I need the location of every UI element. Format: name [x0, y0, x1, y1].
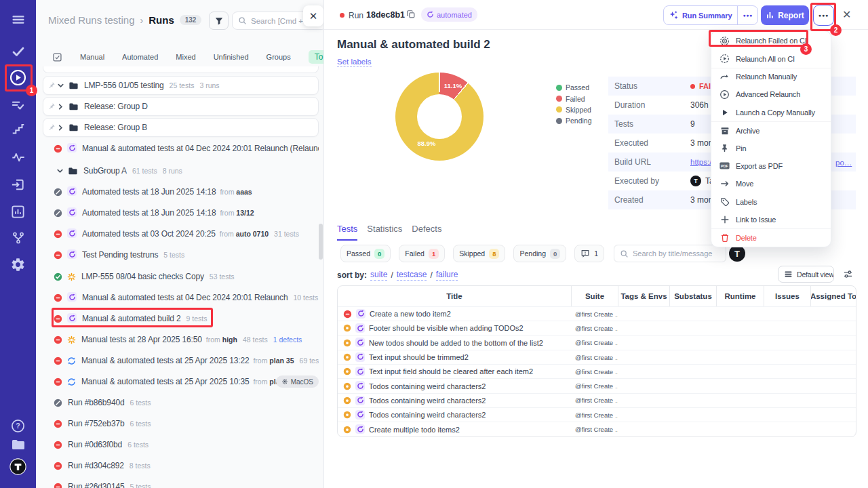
test-suite[interactable]: @first Create … — [571, 365, 618, 378]
runs-play-icon[interactable] — [0, 68, 36, 87]
group-row[interactable]: Release: Group D — [43, 97, 319, 116]
run-row[interactable]: Manual & automated tests at 04 Dec 2024 … — [43, 288, 319, 307]
tests-search-input[interactable]: Search by title/message — [614, 245, 726, 262]
tab-statistics[interactable]: Statistics — [367, 224, 402, 241]
menu-item-pin[interactable]: Pin — [711, 139, 831, 157]
col-header-tags-envs[interactable]: Tags & Envs — [618, 286, 669, 306]
settings-icon[interactable] — [0, 257, 36, 272]
run-row[interactable]: Manual tests at 28 Apr 2025 16:50from hi… — [43, 330, 319, 349]
menu-item-relaunch-failed-on-ci[interactable]: Relaunch Failed on CI — [711, 32, 831, 49]
col-header-suite[interactable]: Suite — [571, 286, 618, 306]
tab-defects[interactable]: Defects — [412, 224, 441, 241]
test-row[interactable]: Create multiple todo items2@first Create… — [338, 422, 856, 436]
test-row[interactable]: Footer should be visible when adding TOD… — [338, 321, 856, 335]
test-row[interactable]: Text input field should be cleared after… — [338, 364, 856, 378]
menu-item-archive[interactable]: Archive — [711, 121, 831, 139]
menu-item-labels[interactable]: Labels — [711, 193, 831, 211]
activity-icon[interactable] — [0, 150, 36, 165]
tab-tests[interactable]: Tests — [337, 224, 357, 241]
test-suite[interactable]: @first Create … — [571, 394, 618, 407]
build-url-tail[interactable]: po… — [835, 159, 852, 167]
sort-by-suite[interactable]: suite — [370, 270, 387, 281]
filter-pill-passed[interactable]: Passed0 — [340, 245, 391, 262]
run-row[interactable]: Manual & automated build 29 tests — [43, 309, 319, 328]
test-suite[interactable]: @first Create … — [571, 422, 618, 436]
test-row[interactable]: New todos should be added to the bottom … — [338, 336, 856, 350]
menu-item-delete[interactable]: Delete — [711, 228, 831, 246]
test-row[interactable]: Todos containing weird characters2@first… — [338, 378, 856, 392]
filter-pill-skipped[interactable]: Skipped8 — [453, 245, 505, 262]
test-suite[interactable]: @first Create … — [571, 307, 618, 321]
chevron-down-icon[interactable] — [56, 167, 64, 175]
steps-icon[interactable] — [0, 121, 36, 136]
user-avatar[interactable]: T — [729, 245, 745, 262]
col-header-runtime[interactable]: Runtime — [716, 286, 764, 306]
menu-item-relaunch-manually[interactable]: Relaunch Manually — [711, 68, 831, 85]
run-row[interactable]: Run #0d63f0bd6 tests — [43, 435, 319, 454]
testomat-logo-icon[interactable] — [0, 458, 36, 475]
menu-item-launch-a-copy-manually[interactable]: Launch a Copy Manually — [711, 104, 831, 121]
group-row[interactable]: LMP-556 01/05 testing25 tests3 runs — [43, 76, 319, 95]
run-row[interactable]: Run #b86b940d6 tests — [43, 393, 319, 412]
report-button[interactable]: Report — [761, 5, 809, 25]
scrollbar-thumb[interactable] — [319, 224, 323, 260]
test-suite[interactable]: @first Create … — [571, 408, 618, 422]
col-header-title[interactable]: Title — [338, 286, 571, 306]
view-options-icon[interactable] — [843, 269, 853, 279]
panel-close-button[interactable]: ✕ — [303, 5, 323, 26]
group-row[interactable]: SubGroup A61 tests8 runs — [43, 161, 319, 180]
group-row[interactable]: Release: Group B — [43, 118, 319, 137]
test-row[interactable]: Create a new todo item2@first Create … — [338, 306, 856, 321]
run-row[interactable]: Run #26d301455 tests — [43, 477, 319, 488]
test-row[interactable]: Todos containing weird characters2@first… — [338, 407, 856, 422]
run-row[interactable]: Automated tests at 03 Oct 2024 20:25from… — [43, 224, 319, 243]
run-row[interactable]: Manual & automated tests at 04 Dec 2024 … — [43, 139, 319, 158]
menu-icon[interactable] — [0, 12, 36, 27]
run-summary-more-button[interactable]: ●●● — [738, 13, 757, 18]
close-run-button[interactable]: ✕ — [842, 8, 851, 21]
filter-pill-failed[interactable]: Failed1 — [399, 245, 445, 262]
row-defects-count[interactable]: 1 defects — [273, 336, 302, 344]
import-icon[interactable] — [0, 177, 36, 192]
test-suite[interactable]: @first Create … — [571, 336, 618, 350]
run-row[interactable]: Run #d304c8928 tests — [43, 456, 319, 475]
run-summary-button[interactable]: Run Summary ●●● — [663, 5, 758, 25]
chevron-right-icon[interactable] — [57, 124, 64, 131]
test-row[interactable]: Todos containing weird characters2@first… — [338, 393, 856, 407]
menu-item-move[interactable]: Move — [711, 175, 831, 192]
test-row[interactable]: Text input should be trimmed2@first Crea… — [338, 350, 856, 364]
run-row[interactable]: LMP-555 08/04 basic checks Copy53 tests — [43, 267, 319, 286]
projects-icon[interactable] — [0, 436, 36, 453]
col-header-substatus[interactable]: Substatus — [669, 286, 716, 306]
chevron-down-icon[interactable] — [57, 82, 64, 89]
tasks-icon[interactable] — [0, 43, 36, 60]
run-more-actions-button[interactable]: ●●● — [813, 5, 834, 26]
menu-item-link-to-issue[interactable]: Link to Issue — [711, 211, 831, 228]
run-row[interactable]: Run #752eb37b6 tests — [43, 414, 319, 433]
run-row[interactable]: Manual & automated tests at 25 Apr 2025 … — [43, 372, 319, 391]
run-row[interactable]: Automated tests at 18 Jun 2025 14:18from… — [43, 182, 319, 201]
menu-item-relaunch-all-on-ci[interactable]: Relaunch All on CI — [711, 49, 831, 67]
chevron-right-icon[interactable] — [57, 103, 64, 110]
branches-icon[interactable] — [0, 230, 36, 245]
default-view-button[interactable]: Default view — [778, 266, 834, 283]
run-row[interactable]: Manual & automated tests at 25 Apr 2025 … — [43, 351, 319, 370]
run-row[interactable]: Automated tests at 18 Jun 2025 14:18from… — [43, 203, 319, 222]
filter-pill-pending[interactable]: Pending0 — [513, 245, 566, 262]
comments-filter-pill[interactable]: 1 — [574, 245, 604, 262]
menu-item-advanced-relaunch[interactable]: Advanced Relaunch — [711, 85, 831, 103]
test-suite[interactable]: @first Create … — [571, 350, 618, 364]
test-suite[interactable]: @first Create … — [571, 321, 618, 335]
help-icon[interactable]: ? — [0, 418, 36, 434]
sort-by-testcase[interactable]: testcase — [397, 270, 427, 281]
test-suite[interactable]: @first Create … — [571, 379, 618, 392]
checklist-icon[interactable] — [0, 98, 36, 113]
analytics-icon[interactable] — [0, 204, 36, 220]
col-header-issues[interactable]: Issues — [764, 286, 810, 306]
set-labels-link[interactable]: Set labels — [337, 58, 372, 67]
sort-by-failure[interactable]: failure — [436, 270, 458, 281]
run-row[interactable]: Test Pending testruns5 tests — [43, 245, 319, 264]
col-header-assigned-to[interactable]: Assigned To — [810, 286, 856, 306]
menu-item-export-as-pdf[interactable]: PDFExport as PDF — [711, 157, 831, 175]
copy-icon[interactable] — [406, 9, 416, 19]
